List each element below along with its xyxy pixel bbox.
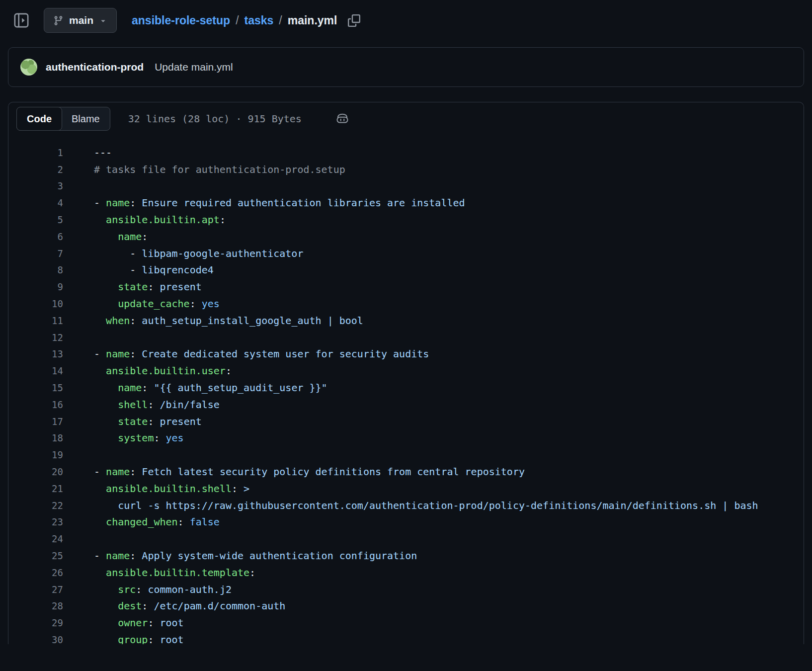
line-content: system: yes [63,432,184,444]
code-line: 22 curl -s https://raw.githubusercontent… [8,497,804,514]
line-number[interactable]: 5 [8,214,63,225]
line-number[interactable]: 16 [8,399,63,410]
code-line: 15 name: "{{ auth_setup_audit_user }}" [8,379,804,396]
top-bar: main ansible-role-setup / tasks / main.y… [12,8,800,33]
line-content: dest: /etc/pam.d/common-auth [63,600,285,612]
line-content: --- [63,147,112,159]
line-number[interactable]: 18 [8,432,63,443]
code-line: 6 name: [8,228,804,245]
breadcrumb-repo-link[interactable]: ansible-role-setup [132,14,230,27]
line-content: state: present [63,281,202,293]
git-branch-icon [53,15,64,26]
tab-code[interactable]: Code [16,107,62,131]
line-number[interactable]: 1 [8,147,63,158]
code-line: 3 [8,178,804,195]
line-number[interactable]: 14 [8,365,63,376]
line-number[interactable]: 20 [8,466,63,477]
code-blame-switcher: Code Blame [16,107,110,131]
line-number[interactable]: 3 [8,180,63,191]
line-number[interactable]: 17 [8,416,63,427]
line-content: - name: Apply system-wide authentication… [63,550,417,562]
line-content: curl -s https://raw.githubusercontent.co… [63,500,758,511]
copilot-button[interactable] [333,110,351,128]
line-content: changed_when: false [63,516,220,528]
code-line: 26 ansible.builtin.template: [8,564,804,581]
code-line: 16 shell: /bin/false [8,396,804,413]
line-number[interactable]: 24 [8,533,63,544]
copy-path-button[interactable] [346,12,362,29]
code-line: 2# tasks file for authentication-prod.se… [8,161,804,178]
line-number[interactable]: 27 [8,584,63,595]
code-lines: 1---2# tasks file for authentication-pro… [8,135,804,644]
line-content: - name: Ensure required authentication l… [63,197,465,209]
line-number[interactable]: 6 [8,231,63,242]
line-content: - name: Create dedicated system user for… [63,348,429,360]
line-number[interactable]: 13 [8,348,63,359]
line-content: src: common-auth.j2 [63,584,232,595]
sidebar-expand-icon [14,13,29,28]
line-number[interactable]: 8 [8,264,63,275]
code-line: 29 owner: root [8,614,804,631]
line-content: ansible.builtin.shell: > [63,483,249,495]
line-number[interactable]: 19 [8,449,63,460]
code-line: 11 when: auth_setup_install_google_auth … [8,312,804,329]
line-content: name: [63,231,148,243]
breadcrumb-folder-link[interactable]: tasks [244,14,274,27]
commit-author-avatar[interactable] [20,59,37,76]
code-line: 28 dest: /etc/pam.d/common-auth [8,598,804,615]
code-line: 1--- [8,144,804,161]
line-content: owner: root [63,617,184,629]
code-line: 21 ansible.builtin.shell: > [8,480,804,497]
line-number[interactable]: 7 [8,248,63,259]
line-number[interactable]: 9 [8,281,63,292]
copy-icon [348,14,360,27]
line-number[interactable]: 11 [8,315,63,326]
line-content: shell: /bin/false [63,399,220,411]
line-number[interactable]: 10 [8,298,63,309]
line-number[interactable]: 22 [8,500,63,511]
code-line: 20- name: Fetch latest security policy d… [8,463,804,480]
line-number[interactable]: 25 [8,550,63,561]
line-content: ansible.builtin.apt: [63,214,226,226]
line-number[interactable]: 26 [8,567,63,578]
line-number[interactable]: 21 [8,483,63,494]
tab-blame[interactable]: Blame [62,107,110,130]
code-line: 8 - libqrencode4 [8,262,804,279]
commit-author-link[interactable]: authentication-prod [46,61,144,73]
line-number[interactable]: 30 [8,634,63,644]
breadcrumb-separator: / [279,14,282,27]
line-number[interactable]: 29 [8,617,63,628]
code-line: 10 update_cache: yes [8,295,804,312]
code-line: 30 group: root [8,631,804,644]
line-number[interactable]: 28 [8,600,63,611]
line-number[interactable]: 2 [8,164,63,175]
line-number[interactable]: 4 [8,197,63,208]
file-meta-info: 32 lines (28 loc) · 915 Bytes [128,113,302,125]
code-line: 12 [8,329,804,346]
line-content: - name: Fetch latest security policy def… [63,466,525,478]
line-content: - libpam-google-authenticator [63,248,303,259]
line-content: ansible.builtin.template: [63,567,255,579]
line-content: update_cache: yes [63,298,220,310]
code-line: 25- name: Apply system-wide authenticati… [8,547,804,564]
code-line: 9 state: present [8,278,804,295]
commit-message-link[interactable]: Update main.yml [155,61,233,73]
chevron-down-icon [99,16,107,25]
file-header: Code Blame 32 lines (28 loc) · 915 Bytes [8,102,804,135]
branch-selector-button[interactable]: main [44,8,117,33]
code-line: 18 system: yes [8,430,804,447]
branch-label: main [69,14,93,26]
line-content: - libqrencode4 [63,264,214,276]
sidebar-toggle-button[interactable] [12,11,31,30]
line-number[interactable]: 23 [8,516,63,527]
code-line: 23 changed_when: false [8,514,804,531]
line-number[interactable]: 12 [8,332,63,343]
code-line: 27 src: common-auth.j2 [8,581,804,598]
code-line: 14 ansible.builtin.user: [8,362,804,379]
code-line: 17 state: present [8,413,804,430]
code-line: 5 ansible.builtin.apt: [8,211,804,228]
line-content: # tasks file for authentication-prod.set… [63,164,345,175]
code-line: 24 [8,530,804,547]
copilot-icon [335,112,349,126]
line-number[interactable]: 15 [8,382,63,393]
